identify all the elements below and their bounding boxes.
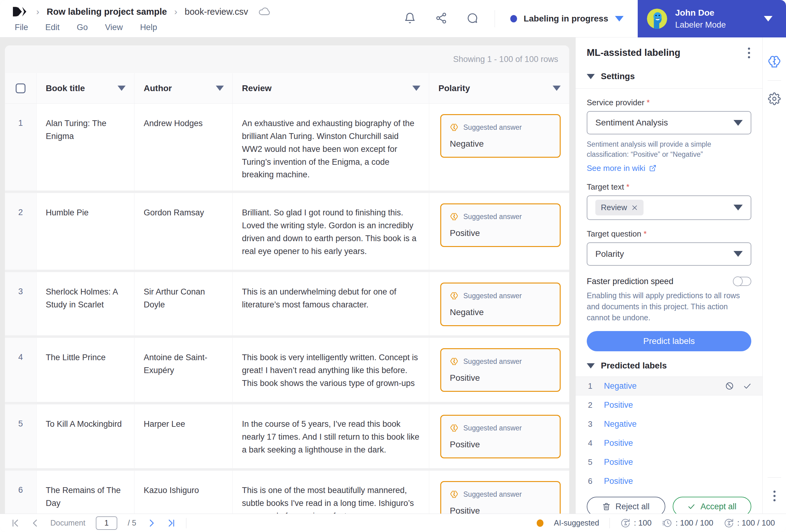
suggested-answer-card[interactable]: Suggested answer Positive	[440, 203, 561, 247]
user-name: John Doe	[675, 8, 756, 18]
table-row[interactable]: 4 The Little Prince Antoine de Saint-Exu…	[5, 338, 569, 404]
datasaur-logo-icon[interactable]	[12, 6, 29, 17]
suggested-answer-card[interactable]: Suggested answer Negative	[440, 114, 561, 158]
menu-view[interactable]: View	[105, 23, 123, 32]
faster-prediction-toggle[interactable]	[734, 277, 751, 286]
brain-icon	[450, 123, 458, 131]
accept-all-button[interactable]: Accept all	[673, 497, 751, 514]
column-header-author[interactable]: Author	[135, 73, 233, 103]
suggested-answer-card[interactable]: Suggested answer Positive	[440, 348, 561, 392]
last-document-icon[interactable]	[166, 518, 176, 528]
menu-bar: File Edit Go View Help	[12, 23, 404, 32]
predicted-label-value[interactable]: Positive	[604, 401, 633, 410]
remove-chip-icon[interactable]	[631, 204, 638, 211]
next-document-icon[interactable]	[147, 518, 156, 528]
table-row[interactable]: 1 Alan Turing: The Enigma Andrew Hodges …	[5, 104, 569, 193]
table-row[interactable]: 6 The Remains of The Day Kazuo Ishiguro …	[5, 470, 569, 514]
panel-more-options-icon[interactable]	[747, 46, 751, 59]
reject-prediction-icon[interactable]	[725, 381, 734, 391]
breadcrumb-project[interactable]: Row labeling project sample	[47, 7, 167, 17]
wiki-link[interactable]: See more in wiki	[587, 164, 751, 173]
predicted-row-number: 6	[588, 477, 604, 486]
suggested-answer-card[interactable]: Suggested answer Positive	[440, 415, 561, 458]
row-number: 2	[5, 193, 37, 270]
menu-help[interactable]: Help	[140, 23, 157, 32]
ml-assisted-labeling-icon[interactable]	[767, 55, 781, 69]
settings-gear-icon[interactable]	[768, 92, 781, 105]
share-icon[interactable]	[435, 12, 447, 25]
predicted-label-row[interactable]: 6 Positive	[576, 471, 762, 490]
predicted-label-row[interactable]: 3 Negative	[576, 414, 762, 434]
service-provider-value: Sentiment Analysis	[595, 118, 668, 128]
divider	[609, 518, 610, 528]
column-header-book-title[interactable]: Book title	[37, 73, 135, 103]
target-text-chip[interactable]: Review	[595, 200, 644, 215]
select-all-checkbox[interactable]	[16, 83, 25, 93]
breadcrumb-file[interactable]: book-review.csv	[185, 7, 248, 17]
predicted-label-value[interactable]: Positive	[604, 457, 633, 467]
column-label: Book title	[46, 83, 85, 93]
suggested-answer-card[interactable]: Suggested answer Positive	[440, 481, 561, 514]
service-provider-help: Sentiment analysis will provide a simple…	[587, 139, 751, 160]
table-row[interactable]: 2 Humble Pie Gordon Ramsay Brilliant. So…	[5, 193, 569, 272]
menu-go[interactable]: Go	[77, 23, 88, 32]
reject-all-button[interactable]: Reject all	[587, 497, 665, 514]
cell-review: This is one of the most beautifully mann…	[233, 470, 429, 514]
column-dropdown-icon[interactable]	[553, 86, 561, 91]
document-label: Document	[50, 518, 85, 527]
accept-prediction-icon[interactable]	[743, 381, 752, 391]
rows-sum-icon	[724, 518, 734, 528]
strip-more-options-icon[interactable]	[772, 489, 777, 503]
cell-author: Antoine de Saint-Exupéry	[135, 338, 233, 402]
table-row[interactable]: 5 To Kill A Mockingbird Harper Lee In th…	[5, 404, 569, 470]
cell-author: Gordon Ramsay	[135, 193, 233, 270]
predicted-label-row[interactable]: 4 Positive	[576, 434, 762, 453]
predicted-label-row[interactable]: 5 Positive	[576, 453, 762, 471]
predicted-label-row[interactable]: 1 Negative	[576, 377, 762, 395]
predicted-label-row[interactable]: 2 Positive	[576, 395, 762, 414]
predicted-label-value[interactable]: Negative	[604, 381, 637, 391]
predicted-label-value[interactable]: Negative	[604, 419, 637, 429]
column-header-polarity[interactable]: Polarity	[429, 73, 569, 103]
suggested-answer-card[interactable]: Suggested answer Negative	[440, 283, 561, 326]
right-toolbar	[762, 38, 786, 514]
counter-value: : 100	[634, 518, 651, 528]
cell-book-title: The Remains of The Day	[37, 470, 135, 514]
predicted-label-value[interactable]: Positive	[604, 477, 633, 486]
top-bar: › Row labeling project sample › book-rev…	[0, 0, 786, 38]
column-dropdown-icon[interactable]	[118, 86, 125, 91]
menu-file[interactable]: File	[15, 23, 28, 32]
ai-suggested-dot-icon	[537, 519, 544, 527]
table-row[interactable]: 3 Sherlock Holmes: A Study in Scarlet Si…	[5, 272, 569, 338]
cell-review: This book is very intelligently written.…	[233, 338, 429, 402]
row-number: 6	[5, 470, 37, 514]
target-text-select[interactable]: Review	[587, 195, 751, 220]
menu-edit[interactable]: Edit	[45, 23, 60, 32]
settings-section-toggle[interactable]: Settings	[587, 71, 751, 81]
ml-assisted-labeling-panel: ML-assisted labeling Settings Service pr…	[576, 38, 762, 514]
row-number: 4	[5, 338, 37, 402]
project-status-dropdown[interactable]: Labeling in progress	[495, 0, 638, 37]
suggested-answer-label: Suggested answer	[463, 213, 522, 221]
target-question-value: Polarity	[595, 249, 624, 259]
first-document-icon[interactable]	[11, 518, 20, 528]
column-header-review[interactable]: Review	[233, 73, 429, 103]
predicted-labels-section-toggle[interactable]: Predicted labels	[587, 361, 751, 371]
service-provider-select[interactable]: Sentiment Analysis	[587, 111, 751, 135]
status-dot-icon	[510, 15, 517, 22]
target-question-select[interactable]: Polarity	[587, 242, 751, 266]
previous-document-icon[interactable]	[31, 518, 40, 528]
user-menu[interactable]: John Doe Labeler Mode	[638, 0, 786, 38]
predict-labels-button[interactable]: Predict labels	[587, 331, 751, 351]
column-dropdown-icon[interactable]	[216, 86, 224, 91]
column-dropdown-icon[interactable]	[412, 86, 420, 91]
document-page-input[interactable]	[96, 516, 117, 530]
rows-count-strip: Showing 1 - 100 of 100 rows	[5, 45, 569, 73]
predicted-label-value[interactable]: Positive	[604, 438, 633, 448]
comments-icon[interactable]	[466, 12, 479, 25]
document-total: / 5	[128, 518, 136, 527]
top-bar-left: › Row labeling project sample › book-rev…	[0, 0, 404, 37]
collapse-caret-icon	[587, 74, 595, 79]
service-provider-label: Service provider *	[587, 98, 751, 107]
notifications-bell-icon[interactable]	[404, 12, 416, 25]
